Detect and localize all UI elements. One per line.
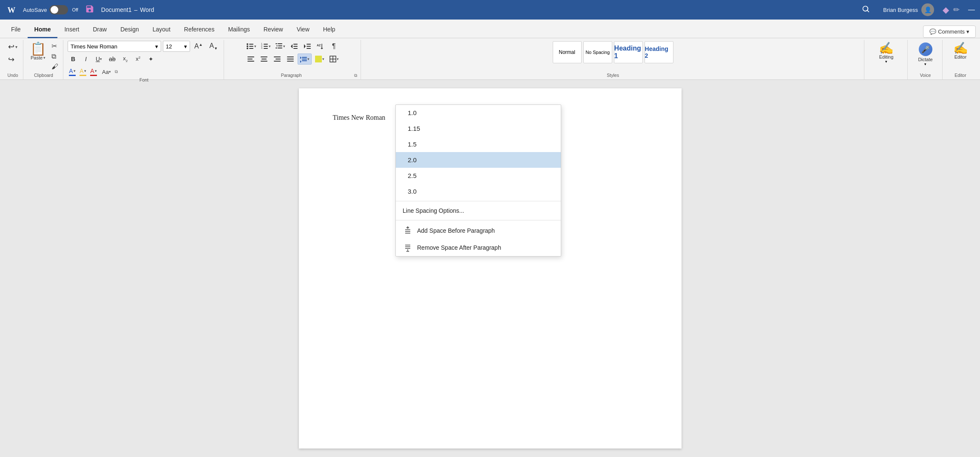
tab-layout[interactable]: Layout — [146, 22, 177, 38]
diamond-icon[interactable]: ◆ — [943, 5, 949, 15]
justify-button[interactable] — [284, 54, 296, 65]
pen-icon[interactable]: ✏ — [953, 5, 960, 14]
numbering-button[interactable]: 1.2.3. ▾ — [259, 41, 273, 52]
text-highlight-color-button[interactable]: A ▾ — [78, 67, 88, 76]
pilcrow-icon: ¶ — [332, 42, 336, 50]
copy-button[interactable]: ⧉ — [50, 51, 60, 62]
remove-space-after-button[interactable]: Remove Space After Paragraph — [396, 239, 561, 256]
multilevel-list-button[interactable]: ▾ — [274, 41, 287, 52]
tab-mailings[interactable]: Mailings — [221, 22, 256, 38]
increase-indent-button[interactable] — [301, 41, 313, 52]
svg-rect-39 — [274, 61, 281, 62]
italic-button[interactable]: I — [80, 54, 91, 65]
numbering-dropdown[interactable]: ▾ — [269, 44, 271, 48]
style-heading1[interactable]: Heading 1 — [614, 41, 643, 63]
style-normal[interactable]: Normal — [553, 41, 582, 63]
font-launcher[interactable]: ⧉ — [115, 69, 118, 74]
comments-label: Comments — [938, 28, 965, 35]
subscript-button[interactable]: x2 — [120, 54, 131, 65]
bold-label: B — [71, 56, 75, 62]
bold-button[interactable]: B — [68, 54, 79, 65]
cut-button[interactable]: ✂ — [50, 41, 60, 51]
svg-rect-26 — [307, 46, 311, 47]
autosave-toggle[interactable] — [49, 5, 68, 14]
tab-references[interactable]: References — [177, 22, 222, 38]
dictate-button[interactable]: 🎤 Dictate ▾ — [914, 41, 937, 68]
add-space-before-button[interactable]: Add Space Before Paragraph — [396, 222, 561, 239]
strikethrough-button[interactable]: ab — [106, 54, 118, 65]
case-button[interactable]: Aa ▾ — [99, 66, 114, 77]
decrease-indent-button[interactable] — [288, 41, 300, 52]
font-size-select[interactable]: 12 ▾ — [163, 41, 190, 52]
avatar: 👤 — [921, 3, 934, 16]
svg-rect-34 — [261, 56, 267, 57]
highlight-button[interactable]: ✦ — [145, 54, 156, 65]
underline-label: U — [96, 56, 100, 62]
format-painter-button[interactable]: 🖌 — [50, 62, 60, 72]
editor-button[interactable]: ✍ Editor — [949, 41, 972, 61]
ls-option-1-5[interactable]: 1.5 — [396, 136, 561, 152]
shrink-font-button[interactable]: A▼ — [207, 41, 221, 52]
align-center-button[interactable] — [258, 54, 270, 65]
tab-home[interactable]: Home — [28, 22, 58, 38]
styles-group: Normal No Spacing Heading 1 Heading 2 St… — [362, 40, 864, 79]
line-spacing-button[interactable]: ▾ — [298, 54, 312, 65]
ls-option-3-0[interactable]: 3.0 — [396, 183, 561, 199]
ls-option-1-15[interactable]: 1.15 — [396, 121, 561, 136]
multilevel-dropdown[interactable]: ▾ — [283, 44, 285, 48]
bullets-dropdown[interactable]: ▾ — [254, 44, 256, 48]
save-button[interactable] — [82, 3, 97, 17]
comments-button[interactable]: 💬 Comments ▾ — [923, 25, 976, 38]
svg-marker-46 — [300, 56, 301, 59]
editing-dropdown[interactable]: ▾ — [885, 59, 887, 64]
grow-font-button[interactable]: A▲ — [192, 41, 205, 52]
dictate-label: Dictate — [918, 57, 932, 62]
minimize-button[interactable]: — — [968, 6, 975, 14]
sort-button[interactable]: AZ — [315, 41, 327, 52]
svg-rect-49 — [315, 61, 322, 62]
show-marks-button[interactable]: ¶ — [328, 41, 340, 52]
line-spacing-options-button[interactable]: Line Spacing Options... — [396, 203, 561, 218]
paste-button[interactable]: 📋 Paste ▾ — [28, 41, 48, 62]
undo-button[interactable]: ↩ ▾ — [6, 41, 20, 53]
shading-button[interactable]: ▾ — [313, 54, 326, 65]
tab-help[interactable]: Help — [316, 22, 342, 38]
comments-icon: 💬 — [929, 28, 936, 35]
align-right-button[interactable] — [271, 54, 283, 65]
tab-view[interactable]: View — [290, 22, 316, 38]
styles-label: Styles — [365, 73, 861, 79]
dictate-dropdown[interactable]: ▾ — [924, 62, 926, 66]
tab-draw[interactable]: Draw — [86, 22, 114, 38]
font-color-button[interactable]: A ▾ — [68, 67, 77, 76]
line-spacing-dropdown-arrow[interactable]: ▾ — [307, 57, 310, 61]
svg-rect-22 — [293, 46, 298, 47]
tab-insert[interactable]: Insert — [57, 22, 86, 38]
ls-option-1-0[interactable]: 1.0 — [396, 105, 561, 121]
align-left-button[interactable] — [245, 54, 257, 65]
autosave-label: AutoSave — [23, 7, 47, 13]
tab-design[interactable]: Design — [114, 22, 146, 38]
superscript-button[interactable]: x2 — [133, 54, 144, 65]
remove-space-after-icon — [403, 243, 413, 252]
char-shading-button[interactable]: A ▾ — [89, 67, 98, 76]
cut-icon: ✂ — [51, 42, 57, 50]
tab-review[interactable]: Review — [257, 22, 290, 38]
paragraph-launcher[interactable]: ⧉ — [354, 73, 357, 78]
font-name-select[interactable]: Times New Roman ▾ — [68, 41, 161, 52]
editing-button[interactable]: ✍ Editing ▾ — [875, 41, 898, 65]
tab-file[interactable]: File — [4, 22, 28, 38]
borders-button[interactable]: ▾ — [327, 54, 341, 65]
ls-option-2-0[interactable]: 2.0 — [396, 152, 561, 168]
style-heading2[interactable]: Heading 2 — [645, 41, 673, 63]
ls-option-2-5[interactable]: 2.5 — [396, 168, 561, 183]
undo-dropdown[interactable]: ▾ — [15, 45, 17, 49]
underline-button[interactable]: U ▾ — [93, 54, 105, 65]
ls-divider-1 — [396, 201, 561, 201]
search-titlebar[interactable] — [862, 5, 870, 15]
style-no-spacing[interactable]: No Spacing — [583, 41, 612, 63]
svg-rect-18 — [276, 48, 277, 48]
bullets-button[interactable]: ▾ — [245, 41, 258, 52]
paste-dropdown[interactable]: ▾ — [43, 56, 45, 60]
redo-button[interactable]: ↪ — [6, 54, 17, 65]
svg-marker-30 — [321, 48, 323, 49]
